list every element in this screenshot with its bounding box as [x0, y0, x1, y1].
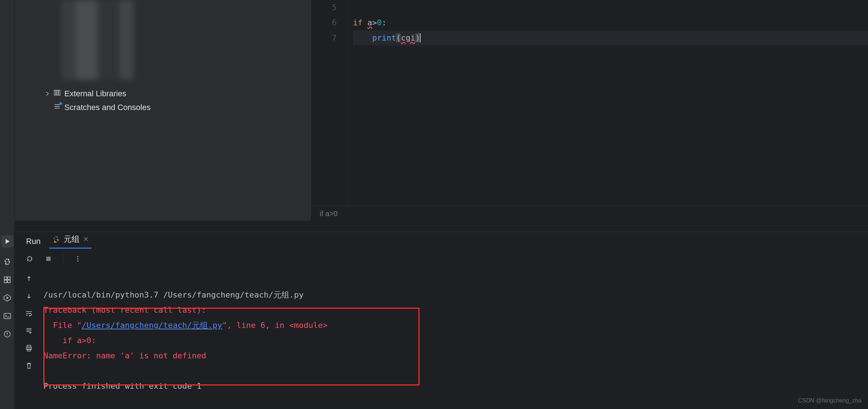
python-console-icon[interactable] [3, 258, 11, 266]
scroll-to-end-icon[interactable] [25, 326, 33, 335]
console-line: Process finished with exit code 1 [43, 381, 201, 391]
stop-button[interactable] [44, 254, 53, 263]
svg-rect-8 [46, 257, 51, 261]
left-tool-rail [0, 0, 14, 409]
services-icon[interactable] [3, 276, 11, 284]
run-tab-label: 元组 [64, 234, 80, 245]
svg-marker-1 [7, 296, 9, 299]
line-number: 6 [311, 15, 337, 30]
problems-icon[interactable] [3, 330, 11, 338]
chevron-right-icon [45, 91, 50, 96]
svg-point-11 [77, 260, 78, 261]
console-line: NameError: name 'a' is not defined [43, 351, 206, 360]
soft-wrap-icon[interactable] [25, 309, 33, 318]
run-panel-header: Run 元组 ✕ [14, 232, 868, 250]
console-line: Traceback (most recent call last): [43, 305, 206, 315]
debug-icon[interactable] [3, 294, 11, 302]
console-line: /usr/local/bin/python3.7 /Users/fangchen… [43, 290, 304, 299]
svg-rect-5 [56, 90, 58, 95]
svg-rect-14 [27, 349, 30, 351]
editor-gutter: 5 6 7 [311, 0, 347, 206]
code-editor: 5 6 7 if a>0: print(cgi) if a>0 [311, 0, 868, 221]
svg-rect-13 [26, 347, 31, 350]
svg-rect-12 [27, 345, 31, 347]
console-line: if a>0: [43, 336, 96, 345]
trash-icon[interactable] [25, 361, 33, 370]
code-content[interactable]: if a>0: print(cgi) [347, 0, 868, 206]
svg-rect-2 [4, 313, 10, 319]
close-icon[interactable]: ✕ [83, 235, 89, 243]
svg-point-9 [77, 256, 78, 257]
console-line: File "/Users/fangcheng/teach/元组.py", lin… [43, 321, 328, 330]
console-output[interactable]: /usr/local/bin/python3.7 /Users/fangchen… [43, 267, 868, 409]
rerun-button[interactable] [25, 254, 34, 263]
tree-item-external-libraries[interactable]: External Libraries [14, 87, 311, 101]
line-number: 7 [311, 30, 337, 46]
svg-rect-6 [59, 90, 60, 95]
blurred-tree-content [61, 0, 134, 80]
run-tool-window: Run 元组 ✕ /usr/local/bin/python [14, 232, 868, 409]
traceback-file-link[interactable]: /Users/fangcheng/teach/元组.py [82, 321, 222, 330]
run-tool-button[interactable] [1, 235, 13, 248]
tree-item-scratches[interactable]: Scratches and Consoles [14, 101, 311, 114]
svg-point-10 [77, 258, 78, 259]
run-toolbar [14, 250, 868, 267]
breadcrumb[interactable]: if a>0 [311, 206, 868, 221]
line-number: 5 [311, 0, 337, 15]
tree-item-label: Scratches and Consoles [64, 103, 150, 112]
run-config-tab[interactable]: 元组 ✕ [49, 234, 92, 249]
python-file-icon [52, 235, 60, 243]
svg-rect-4 [54, 90, 56, 95]
run-side-toolbar [14, 267, 43, 409]
scroll-down-icon[interactable] [25, 292, 33, 300]
watermark: CSDN @fangcheng_zha [798, 397, 861, 404]
scratches-icon [54, 103, 61, 112]
library-icon [54, 89, 61, 98]
terminal-icon[interactable] [3, 312, 11, 320]
more-actions-icon[interactable] [73, 254, 82, 263]
tree-item-label: External Libraries [64, 89, 126, 98]
run-panel-title: Run [26, 237, 41, 246]
project-tree-panel: External Libraries Scratches and Console… [14, 0, 311, 221]
scroll-up-icon[interactable] [25, 274, 33, 283]
print-icon[interactable] [25, 344, 33, 353]
